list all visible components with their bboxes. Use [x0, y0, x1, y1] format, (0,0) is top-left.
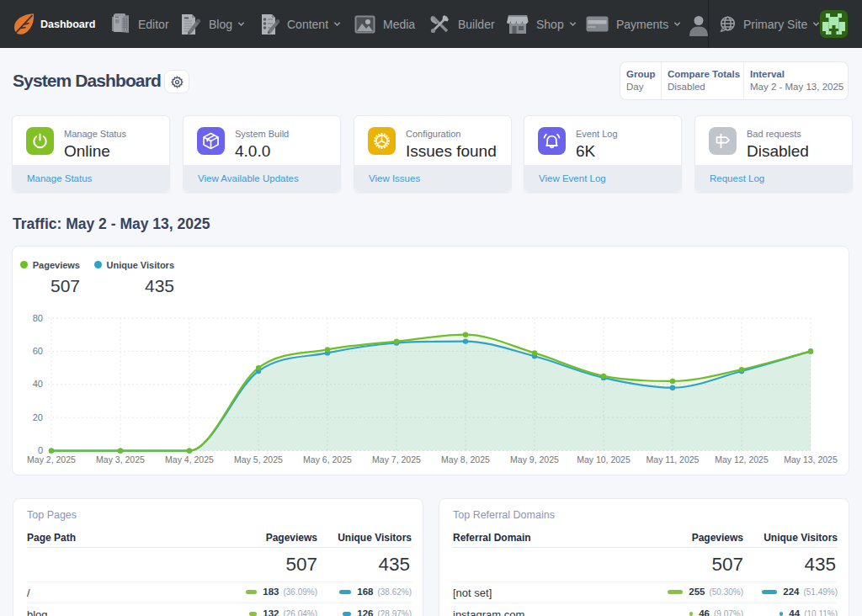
svg-text:May 5, 2025: May 5, 2025 — [234, 454, 283, 465]
svg-text:May 9, 2025: May 9, 2025 — [510, 454, 559, 465]
svg-text:May 13, 2025: May 13, 2025 — [784, 454, 838, 465]
svg-text:May 3, 2025: May 3, 2025 — [96, 454, 145, 465]
svg-text:20: 20 — [33, 412, 43, 422]
svg-text:May 10, 2025: May 10, 2025 — [577, 454, 631, 465]
svg-text:May 2, 2025: May 2, 2025 — [27, 454, 76, 465]
svg-text:May 4, 2025: May 4, 2025 — [165, 454, 214, 465]
svg-text:May 8, 2025: May 8, 2025 — [441, 454, 490, 465]
svg-text:May 6, 2025: May 6, 2025 — [303, 454, 352, 465]
svg-text:40: 40 — [33, 379, 43, 389]
svg-text:May 7, 2025: May 7, 2025 — [372, 454, 421, 465]
svg-text:60: 60 — [33, 346, 43, 356]
svg-text:80: 80 — [33, 313, 43, 323]
svg-text:May 12, 2025: May 12, 2025 — [715, 454, 769, 465]
svg-text:May 11, 2025: May 11, 2025 — [646, 454, 700, 465]
